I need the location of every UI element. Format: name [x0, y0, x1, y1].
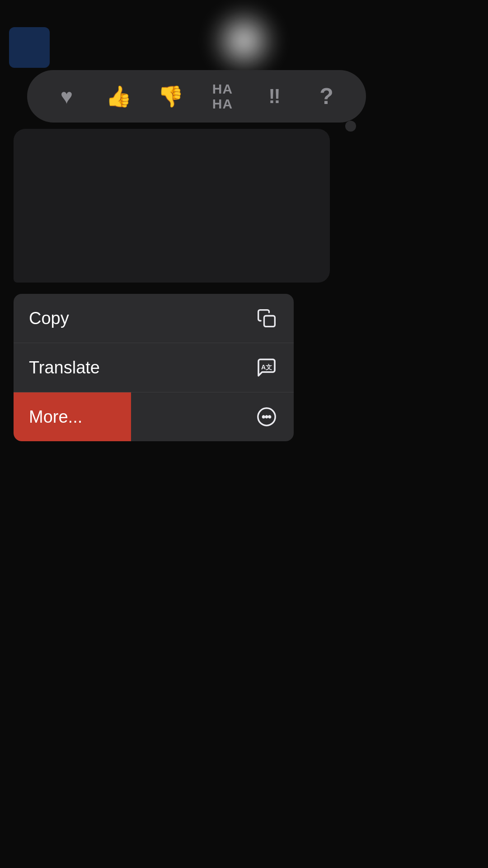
more-label: More...: [29, 407, 82, 427]
context-menu: Copy Translate A文 More...: [14, 294, 294, 441]
exclamation-icon: ‼: [268, 85, 281, 108]
thumbs-up-icon: 👍: [106, 84, 131, 108]
message-bubble: [14, 129, 330, 283]
reaction-thumbs-up[interactable]: 👍: [101, 78, 137, 114]
copy-label: Copy: [29, 309, 69, 328]
haha-icon: HAHA: [212, 81, 233, 111]
reaction-exclamation[interactable]: ‼: [257, 78, 293, 114]
more-icon: [255, 405, 278, 429]
svg-text:A文: A文: [261, 363, 272, 371]
translate-menu-item[interactable]: Translate A文: [14, 343, 294, 392]
svg-point-5: [269, 416, 271, 418]
reaction-haha[interactable]: HAHA: [205, 78, 241, 114]
more-menu-item[interactable]: More...: [14, 392, 294, 441]
top-glow: [208, 5, 280, 77]
translate-icon: A文: [255, 356, 278, 379]
thumbs-down-icon: 👎: [158, 84, 183, 108]
copy-menu-item[interactable]: Copy: [14, 294, 294, 343]
reaction-tail: [345, 121, 356, 132]
svg-point-3: [263, 416, 264, 418]
question-icon: ?: [319, 83, 333, 109]
reaction-thumbs-down[interactable]: 👎: [153, 78, 189, 114]
background-element: [9, 27, 50, 68]
reaction-heart[interactable]: ♥: [49, 78, 85, 114]
heart-icon: ♥: [61, 84, 73, 108]
copy-icon: [255, 307, 278, 330]
reaction-bar: ♥ 👍 👎 HAHA ‼ ?: [27, 70, 366, 123]
svg-rect-0: [264, 316, 275, 327]
translate-label: Translate: [29, 358, 100, 377]
svg-point-4: [266, 416, 267, 418]
reaction-question[interactable]: ?: [309, 78, 345, 114]
